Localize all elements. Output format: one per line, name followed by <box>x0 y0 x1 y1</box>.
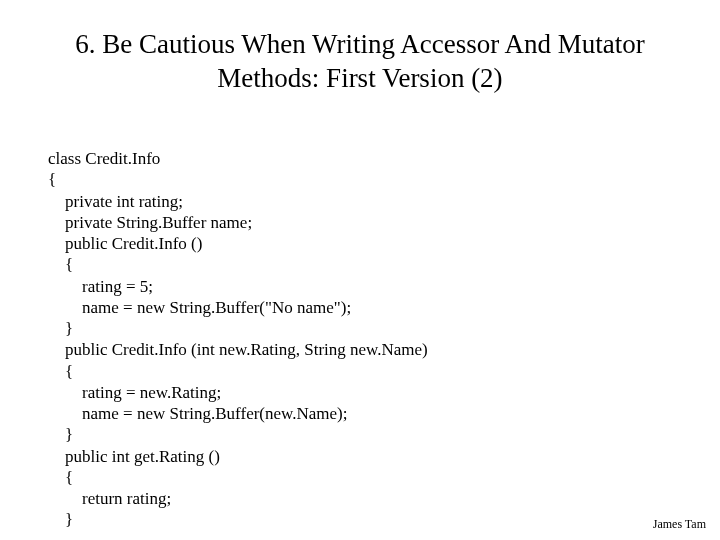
footer-author: James Tam <box>653 517 706 532</box>
code-block: class Credit.Info { private int rating; … <box>48 148 672 531</box>
slide-title: 6. Be Cautious When Writing Accessor And… <box>0 28 720 96</box>
slide: 6. Be Cautious When Writing Accessor And… <box>0 0 720 540</box>
title-line-2: Methods: First Version (2) <box>217 63 502 93</box>
title-line-1: 6. Be Cautious When Writing Accessor And… <box>75 29 644 59</box>
